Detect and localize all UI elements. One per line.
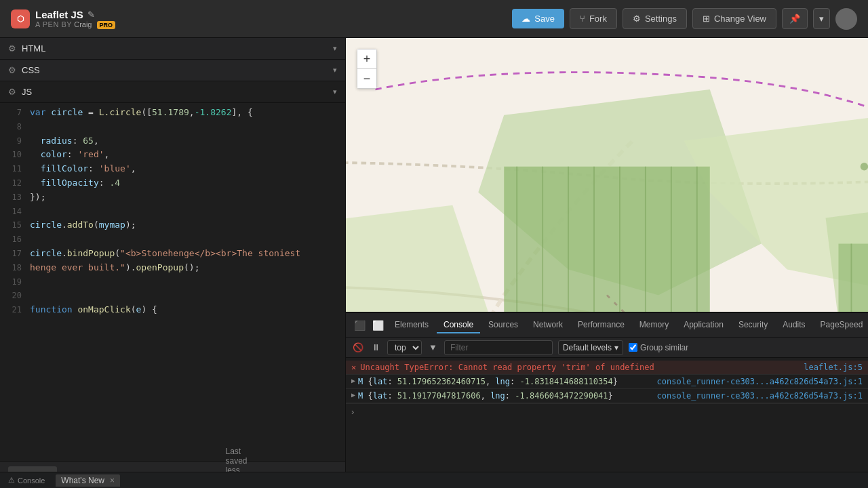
statusbar-console[interactable]: ⚠ Console (8, 476, 45, 485)
pro-badge: PRO (97, 21, 116, 29)
main-area: ⚙ HTML ▾ ⚙ CSS ▾ ⚙ JS ▾ (0, 38, 868, 488)
code-line-8: 8 (0, 120, 345, 134)
devtools-tab-application[interactable]: Application (677, 317, 730, 333)
pin-button[interactable]: 📌 (782, 8, 808, 29)
devtools-inspect-icon[interactable]: ⬛ (351, 319, 368, 332)
statusbar: ⚠ Console What's New × (0, 472, 868, 488)
js-chevron-icon: ▾ (333, 87, 337, 96)
code-line-14: 14 (0, 205, 345, 219)
whats-new-tab[interactable]: What's New × (56, 474, 120, 487)
error-source-1[interactable]: leaflet.js:5 (804, 363, 863, 372)
whats-new-close-icon[interactable]: × (110, 476, 115, 485)
expand-content-2: M {lat: 51.19177047817606, lng: -1.84660… (358, 391, 652, 401)
chevron-down-icon: ▾ (819, 14, 824, 24)
tab-js[interactable]: ⚙ JS ▾ (0, 81, 345, 103)
tab-css[interactable]: ⚙ CSS ▾ (0, 60, 345, 81)
svg-point-25 (861, 163, 868, 170)
topbar-actions: ☁ Save ⑂ Fork ⚙ Settings ⊞ Change View 📌… (512, 8, 857, 30)
devtools-tab-security[interactable]: Security (732, 317, 774, 333)
console-input[interactable] (358, 407, 863, 417)
code-line-15: 15 circle.addTo(mymap); (0, 218, 345, 232)
devtools-tab-sources[interactable]: Sources (481, 317, 525, 333)
zoom-out-button[interactable]: − (357, 69, 376, 88)
levels-chevron-icon: ▾ (614, 343, 618, 352)
topbar-dropdown-button[interactable]: ▾ (813, 8, 830, 29)
devtools-tabs-row: ⬛ ⬜ Elements Console Sources Network Per… (346, 313, 868, 338)
group-similar-label[interactable]: Group similar (629, 343, 688, 352)
right-panel: Lesser Cursus Fargo Plantation ⋮ + − (346, 38, 868, 488)
filter-toggle-icon[interactable]: ▼ (427, 341, 439, 354)
code-line-12: 12 fillOpacity: .4 (0, 176, 345, 190)
console-filter-input[interactable] (444, 340, 553, 355)
save-cloud-icon: ☁ (521, 14, 530, 24)
topbar: ⬡ Leaflet JS ✎ A PEN BY Craig PRO ☁ Save… (0, 0, 868, 38)
console-caret: › (351, 407, 354, 417)
code-line-9: 9 radius: 65, (0, 134, 345, 148)
css-chevron-icon: ▾ (333, 66, 337, 75)
change-view-icon: ⊞ (703, 14, 710, 24)
context-selector[interactable]: top (387, 340, 422, 355)
change-view-button[interactable]: ⊞ Change View (692, 8, 776, 29)
code-line-10: 10 color: 'red', (0, 148, 345, 162)
pen-by-label: A PEN BY (35, 20, 72, 28)
svg-rect-6 (504, 167, 710, 321)
console-status-icon: ⚠ (8, 476, 15, 485)
devtools-tab-elements[interactable]: Elements (388, 317, 435, 333)
console-expand-row-1[interactable]: ▶ M {lat: 51.179652362460715, lng: -1.83… (346, 375, 868, 389)
devtools-panel: ⬛ ⬜ Elements Console Sources Network Per… (346, 312, 868, 488)
expand-content-1: M {lat: 51.179652362460715, lng: -1.8318… (358, 377, 652, 386)
code-line-7: 7 var circle = L.circle([51.1789,-1.8262… (0, 106, 345, 120)
devtools-toolbar: 🚫 ⏸ top ▼ Default levels ▾ Group similar (346, 338, 868, 358)
devtools-tab-network[interactable]: Network (526, 317, 570, 333)
devtools-tab-console[interactable]: Console (437, 317, 480, 333)
clear-console-icon[interactable]: 🚫 (351, 341, 365, 354)
code-line-18: 18 henge ever built.").openPopup(); (0, 261, 345, 275)
pen-title: Leaflet JS ✎ A PEN BY Craig PRO (35, 9, 115, 28)
expand-source-2[interactable]: console_runner-ce303...a462c826d54a73.js… (657, 391, 863, 401)
html-chevron-icon: ▾ (333, 44, 337, 53)
logo: ⬡ Leaflet JS ✎ A PEN BY Craig PRO (11, 9, 115, 28)
error-message: Uncaught TypeError: Cannot read property… (360, 363, 798, 372)
tab-html[interactable]: ⚙ HTML ▾ (0, 38, 345, 60)
error-icon: ✕ (351, 363, 356, 372)
pin-icon: 📌 (789, 14, 800, 24)
devtools-device-icon[interactable]: ⬜ (370, 319, 387, 332)
fork-icon: ⑂ (580, 14, 585, 24)
code-line-11: 11 fillColor: 'blue', (0, 162, 345, 176)
logo-icon: ⬡ (11, 9, 30, 28)
pen-title-text: Leaflet JS (35, 9, 83, 20)
expand-arrow-1[interactable]: ▶ (351, 377, 355, 384)
editor-panel: ⚙ HTML ▾ ⚙ CSS ▾ ⚙ JS ▾ (0, 38, 346, 488)
console-expand-row-2[interactable]: ▶ M {lat: 51.19177047817606, lng: -1.846… (346, 389, 868, 403)
code-line-13: 13 }); (0, 190, 345, 205)
code-editor[interactable]: 7 var circle = L.circle([51.1789,-1.8262… (0, 103, 345, 461)
settings-button[interactable]: ⚙ Settings (623, 8, 687, 29)
expand-arrow-2[interactable]: ▶ (351, 391, 355, 399)
fork-button[interactable]: ⑂ Fork (570, 8, 617, 29)
devtools-tab-memory[interactable]: Memory (633, 317, 675, 333)
css-gear-icon: ⚙ (8, 65, 16, 75)
console-error-row[interactable]: ✕ Uncaught TypeError: Cannot read proper… (346, 361, 868, 375)
code-line-21: 21 function onMapClick(e) { (0, 303, 345, 317)
console-input-row: › (346, 403, 868, 420)
devtools-tab-audits[interactable]: Audits (776, 317, 812, 333)
expand-source-1[interactable]: console_runner-ce303...a462c826d54a73.js… (657, 377, 863, 386)
code-line-16: 16 (0, 232, 345, 247)
html-gear-icon: ⚙ (8, 43, 16, 54)
edit-pen-icon[interactable]: ✎ (87, 9, 95, 20)
editor-tabs: ⚙ HTML ▾ ⚙ CSS ▾ ⚙ JS ▾ (0, 38, 345, 103)
code-line-20: 20 (0, 289, 345, 303)
save-button[interactable]: ☁ Save (512, 9, 564, 28)
group-similar-checkbox[interactable] (629, 343, 637, 352)
map-zoom-controls: + − (357, 49, 377, 89)
devtools-tab-performance[interactable]: Performance (571, 317, 631, 333)
code-line-17: 17 circle.bindPopup("<b>Stonehenge</b><b… (0, 247, 345, 261)
default-levels-dropdown[interactable]: Default levels ▾ (558, 340, 623, 355)
devtools-tab-pagespeed[interactable]: PageSpeed (814, 317, 868, 333)
console-content: ✕ Uncaught TypeError: Cannot read proper… (346, 358, 868, 488)
zoom-in-button[interactable]: + (357, 49, 376, 68)
js-gear-icon: ⚙ (8, 87, 16, 97)
code-line-19: 19 (0, 275, 345, 289)
user-avatar[interactable] (835, 8, 857, 30)
pause-icon[interactable]: ⏸ (370, 341, 382, 354)
